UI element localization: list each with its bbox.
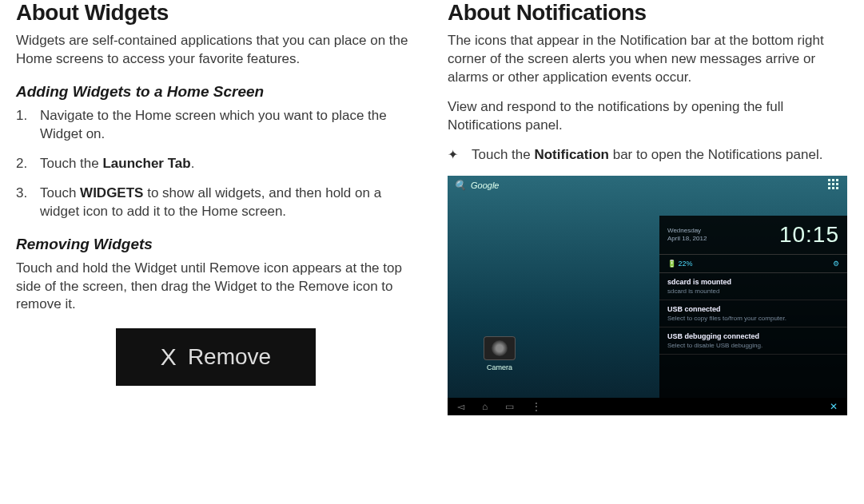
step-2-bold: Launcher Tab (102, 156, 190, 171)
remove-x-icon: X (161, 343, 177, 371)
bullet-pre: Touch the (472, 147, 534, 162)
notif-sdcard-desc: sdcard is mounted (667, 288, 839, 295)
adding-widgets-steps: Navigate to the Home screen which you wa… (16, 107, 416, 221)
notif-usb[interactable]: USB connected Select to copy files to/fr… (659, 300, 847, 327)
notif-usb-debug-desc: Select to disable USB debugging. (667, 342, 839, 349)
notif-usb-debug-title: USB debugging connected (667, 332, 839, 340)
panel-date: Wednesday April 18, 2012 (667, 227, 707, 242)
camera-icon (484, 336, 516, 360)
adding-widgets-subheading: Adding Widgets to a Home Screen (16, 83, 416, 101)
tablet-topbar: 🔍 Google (448, 176, 847, 195)
tablet-navbar: ◅ ⌂ ▭ ⋮ ✕ (448, 398, 847, 415)
bullet-text: Touch the Notification bar to open the N… (472, 146, 822, 165)
panel-battery-row[interactable]: 🔋 22% ⚙ (659, 255, 847, 273)
about-widgets-heading: About Widgets (16, 0, 416, 26)
step-1: Navigate to the Home screen which you wa… (16, 107, 416, 144)
removing-widgets-para: Touch and hold the Widget until Remove i… (16, 260, 416, 315)
step-3-bold: WIDGETS (80, 185, 143, 200)
notif-sdcard-title: sdcard is mounted (667, 278, 839, 286)
camera-label: Camera (480, 363, 520, 371)
panel-day: Wednesday (667, 227, 707, 235)
bullet-post: bar to open the Notifications panel. (609, 147, 822, 162)
battery-percent: 🔋 22% (667, 260, 693, 268)
notif-sdcard[interactable]: sdcard is mounted sdcard is mounted (659, 273, 847, 300)
close-icon[interactable]: ✕ (830, 401, 838, 412)
step-3: Touch WIDGETS to show all widgets, and t… (16, 185, 416, 221)
star-icon: ✦ (448, 146, 472, 164)
notifications-p2: View and respond to the notifications by… (448, 98, 847, 135)
camera-app-icon[interactable]: Camera (480, 336, 520, 371)
tablet-screenshot: 🔍 Google Camera Wednesday April 18, 2012… (448, 176, 847, 415)
panel-clock-row: Wednesday April 18, 2012 10:15 (659, 216, 847, 255)
back-icon[interactable]: ◅ (457, 401, 464, 412)
notifications-panel[interactable]: Wednesday April 18, 2012 10:15 🔋 22% ⚙ s… (659, 216, 847, 398)
notifications-p1: The icons that appear in the Notificatio… (448, 32, 847, 87)
notification-bullet: ✦ Touch the Notification bar to open the… (448, 146, 847, 165)
remove-badge: X Remove (116, 328, 316, 386)
step-2-post: . (191, 156, 195, 171)
step-3-pre: Touch (40, 185, 80, 200)
menu-icon[interactable]: ⋮ (532, 401, 541, 412)
remove-label: Remove (188, 344, 271, 370)
left-column: About Widgets Widgets are self-contained… (16, 0, 416, 504)
step-2-pre: Touch the (40, 156, 102, 171)
settings-icon[interactable]: ⚙ (833, 260, 839, 268)
panel-full-date: April 18, 2012 (667, 235, 707, 243)
search-icon[interactable]: 🔍 (454, 180, 466, 191)
recent-icon[interactable]: ▭ (505, 401, 514, 412)
removing-widgets-subheading: Removing Widgets (16, 236, 416, 253)
notif-usb-debug[interactable]: USB debugging connected Select to disabl… (659, 327, 847, 355)
search-label[interactable]: Google (471, 181, 499, 190)
notif-usb-desc: Select to copy files to/from your comput… (667, 315, 839, 322)
step-2: Touch the Launcher Tab. (16, 155, 416, 173)
about-notifications-heading: About Notifications (448, 0, 847, 26)
home-icon[interactable]: ⌂ (482, 401, 488, 412)
panel-time: 10:15 (779, 222, 839, 248)
apps-grid-icon[interactable] (828, 179, 841, 192)
bullet-bold: Notification (534, 147, 609, 162)
widgets-intro: Widgets are self-contained applications … (16, 32, 416, 69)
right-column: About Notifications The icons that appea… (448, 0, 847, 504)
notif-usb-title: USB connected (667, 305, 839, 313)
